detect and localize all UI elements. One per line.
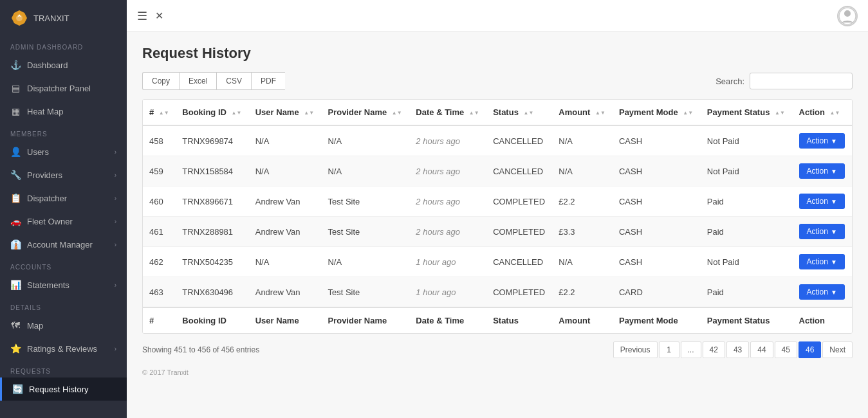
cell-payment-mode: CASH bbox=[613, 156, 701, 186]
sidebar-item-dispatcher-panel[interactable]: ▤ Dispatcher Panel bbox=[0, 77, 127, 100]
cell-status: CANCELLED bbox=[486, 156, 552, 186]
cell-action: Action ▼ bbox=[793, 277, 852, 308]
dispatcher-panel-icon: ▤ bbox=[10, 83, 21, 93]
footer-col-booking-id: Booking ID bbox=[176, 307, 248, 333]
action-button[interactable]: Action ▼ bbox=[799, 133, 845, 149]
sidebar-item-dispatcher[interactable]: 📋 Dispatcher › bbox=[0, 186, 127, 210]
sidebar-item-label: Fleet Owner bbox=[27, 217, 73, 226]
section-accounts-label: ACCOUNTS bbox=[0, 256, 127, 273]
page-1-button[interactable]: 1 bbox=[659, 341, 679, 358]
chevron-down-icon: ▼ bbox=[831, 228, 837, 235]
action-button[interactable]: Action ▼ bbox=[799, 254, 845, 269]
action-button[interactable]: Action ▼ bbox=[799, 284, 845, 300]
cell-provider-name: N/A bbox=[321, 156, 409, 186]
col-booking-id: Booking ID ▲▼ bbox=[176, 100, 248, 125]
sidebar-item-map[interactable]: 🗺 Map bbox=[0, 314, 127, 337]
dispatcher-icon: 📋 bbox=[10, 193, 21, 203]
col-payment-mode: Payment Mode ▲▼ bbox=[613, 100, 701, 125]
sidebar-item-label: Statements bbox=[27, 280, 69, 290]
cell-user-name: N/A bbox=[249, 247, 322, 277]
footer-col-action: Action bbox=[793, 307, 852, 333]
sidebar-item-label: Dispatcher Panel bbox=[27, 84, 91, 93]
providers-icon: 🔧 bbox=[10, 170, 21, 180]
chevron-down-icon: ▼ bbox=[831, 259, 837, 266]
section-admin-label: ADMIN DASHBOARD bbox=[0, 36, 127, 53]
table-row: 459 TRNX158584 N/A N/A 2 hours ago CANCE… bbox=[143, 156, 852, 186]
cell-payment-mode: CASH bbox=[613, 247, 701, 277]
footer-col-payment-status: Payment Status bbox=[701, 307, 793, 333]
sidebar-item-request-history[interactable]: 🔄 Request History bbox=[0, 377, 127, 401]
sidebar-item-label: Account Manager bbox=[27, 240, 93, 250]
sidebar-item-heat-map[interactable]: ▦ Heat Map bbox=[0, 100, 127, 123]
hamburger-icon[interactable]: ☰ bbox=[137, 9, 147, 23]
cell-payment-mode: CARD bbox=[613, 277, 701, 308]
cell-action: Action ▼ bbox=[793, 186, 852, 217]
page-44-button[interactable]: 44 bbox=[750, 341, 773, 358]
toolbar: Copy Excel CSV PDF Search: bbox=[142, 72, 853, 90]
svg-point-4 bbox=[844, 10, 851, 17]
heat-map-icon: ▦ bbox=[10, 106, 21, 116]
cell-num: 459 bbox=[143, 156, 176, 186]
statements-icon: 📊 bbox=[10, 280, 21, 290]
cell-payment-status: Not Paid bbox=[701, 156, 793, 186]
table-footer-row: # Booking ID User Name Provider Name Dat… bbox=[143, 307, 852, 333]
sidebar-item-account-manager[interactable]: 👔 Account Manager › bbox=[0, 233, 127, 256]
pagination: Previous 1 ... 42 43 44 45 46 Next bbox=[613, 341, 853, 358]
table-row: 460 TRNX896671 Andrew Van Test Site 2 ho… bbox=[143, 186, 852, 217]
search-input[interactable] bbox=[750, 73, 853, 89]
cell-action: Action ▼ bbox=[793, 217, 852, 247]
pdf-button[interactable]: PDF bbox=[251, 72, 285, 90]
action-button[interactable]: Action ▼ bbox=[799, 224, 845, 239]
cell-amount: N/A bbox=[552, 156, 613, 186]
next-button[interactable]: Next bbox=[822, 341, 853, 358]
action-button[interactable]: Action ▼ bbox=[799, 194, 845, 209]
cell-payment-status: Paid bbox=[701, 277, 793, 308]
footer-col-num: # bbox=[143, 307, 176, 333]
table-body: 458 TRNX969874 N/A N/A 2 hours ago CANCE… bbox=[143, 125, 852, 307]
sidebar-item-fleet-owner[interactable]: 🚗 Fleet Owner › bbox=[0, 210, 127, 233]
cell-num: 463 bbox=[143, 277, 176, 308]
page-45-button[interactable]: 45 bbox=[775, 341, 797, 358]
cell-action: Action ▼ bbox=[793, 247, 852, 277]
sidebar-item-label: Heat Map bbox=[27, 107, 63, 116]
chevron-down-icon: ▼ bbox=[831, 289, 837, 296]
sidebar-item-statements[interactable]: 📊 Statements › bbox=[0, 273, 127, 296]
cell-provider-name: Test Site bbox=[321, 217, 409, 247]
page-46-button[interactable]: 46 bbox=[799, 341, 821, 358]
showing-text: Showing 451 to 456 of 456 entries bbox=[142, 345, 259, 354]
cell-num: 458 bbox=[143, 125, 176, 156]
col-action: Action ▲▼ bbox=[793, 100, 852, 125]
cell-booking-id: TRNX158584 bbox=[176, 156, 248, 186]
cell-user-name: Andrew Van bbox=[249, 217, 322, 247]
excel-button[interactable]: Excel bbox=[179, 72, 216, 90]
footer-col-user-name: User Name bbox=[249, 307, 322, 333]
sidebar-item-providers[interactable]: 🔧 Providers › bbox=[0, 163, 127, 186]
footer-col-date-time: Date & Time bbox=[409, 307, 486, 333]
chevron-right-icon: › bbox=[115, 218, 116, 225]
table-row: 458 TRNX969874 N/A N/A 2 hours ago CANCE… bbox=[143, 125, 852, 156]
close-icon[interactable]: ✕ bbox=[155, 10, 163, 22]
cell-provider-name: N/A bbox=[321, 125, 409, 156]
sidebar-item-ratings-reviews[interactable]: ⭐ Ratings & Reviews › bbox=[0, 337, 127, 360]
chevron-down-icon: ▼ bbox=[831, 138, 837, 145]
anchor-icon: ⚓ bbox=[10, 60, 21, 70]
cell-booking-id: TRNX630496 bbox=[176, 277, 248, 308]
user-avatar[interactable] bbox=[837, 6, 858, 26]
chevron-right-icon: › bbox=[115, 345, 116, 352]
prev-button[interactable]: Previous bbox=[613, 341, 658, 358]
cell-booking-id: TRNX896671 bbox=[176, 186, 248, 217]
action-button[interactable]: Action ▼ bbox=[799, 163, 845, 179]
page-42-button[interactable]: 42 bbox=[703, 341, 725, 358]
cell-amount: N/A bbox=[552, 125, 613, 156]
cell-user-name: N/A bbox=[249, 156, 322, 186]
sidebar-item-users[interactable]: 👤 Users › bbox=[0, 140, 127, 163]
sidebar-item-dashboard[interactable]: ⚓ Dashboard bbox=[0, 53, 127, 77]
page-43-button[interactable]: 43 bbox=[726, 341, 749, 358]
copy-button[interactable]: Copy bbox=[142, 72, 179, 90]
cell-status: COMPLETED bbox=[486, 217, 552, 247]
cell-payment-status: Paid bbox=[701, 217, 793, 247]
cell-booking-id: TRNX288981 bbox=[176, 217, 248, 247]
table-footer: Showing 451 to 456 of 456 entries Previo… bbox=[142, 334, 853, 361]
csv-button[interactable]: CSV bbox=[216, 72, 251, 90]
sidebar: TRANXIT ADMIN DASHBOARD ⚓ Dashboard ▤ Di… bbox=[0, 0, 127, 418]
